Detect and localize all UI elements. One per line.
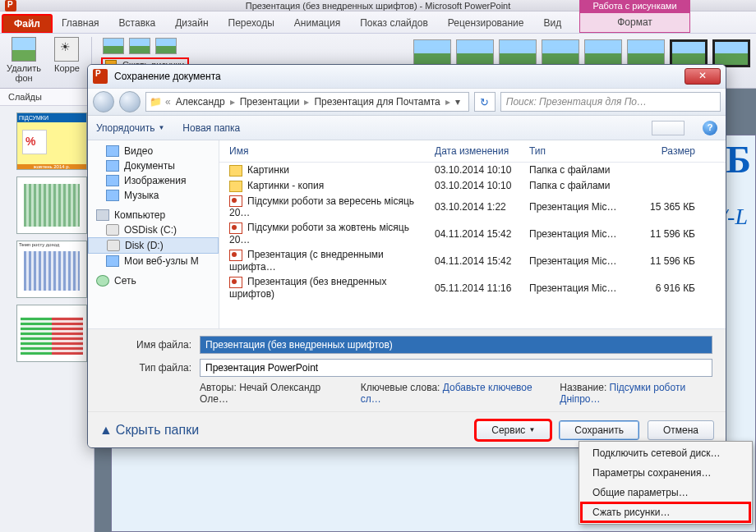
file-row[interactable]: Презентация (с внедренными шрифта…04.11.… [219,247,726,274]
video-icon [106,145,119,157]
tab-design[interactable]: Дизайн [165,13,218,33]
music-icon [106,190,119,201]
nav-tree[interactable]: Видео Документы Изображения Музыка Компь… [88,140,219,328]
dialog-app-icon [93,69,108,84]
help-button[interactable]: ? [703,121,717,135]
dialog-nav-bar: 📁 « Александр ▸ Презентации ▸ Презентаци… [88,88,726,116]
label-filetype: Тип файла: [101,362,191,374]
tree-item-video[interactable]: Видео [88,144,219,158]
style-thumb[interactable] [542,39,579,67]
style-thumb[interactable] [499,39,537,67]
menu-compress-pictures[interactable]: Сжать рисунки… [581,502,750,522]
save-button[interactable]: Сохранить [559,420,639,440]
collapse-icon: ▲ [99,423,113,438]
window-title: Презентация (без внедренных шрифтов) - M… [246,1,511,11]
tree-item-diskd[interactable]: Disk (D:) [88,237,219,254]
tree-item-webhosts[interactable]: Мои веб-узлы M [88,254,219,268]
network-icon [96,275,109,287]
nav-forward-button[interactable] [119,91,141,112]
slide-thumbnail[interactable]: 1 ПІДСУМКИ % жовтень 2014 р. [16,112,87,170]
documents-icon [106,160,119,172]
tab-format[interactable]: Формат [579,13,690,33]
filetype-select[interactable]: Презентация PowerPoint [200,359,712,377]
new-folder-button[interactable]: Новая папка [182,122,240,134]
slide-thumbnail[interactable]: 2 [16,177,87,234]
tree-item-images[interactable]: Изображения [88,173,219,188]
col-name[interactable]: Имя [226,144,431,158]
col-type[interactable]: Тип [526,144,633,158]
decorative-text: Б [726,138,751,181]
dialog-titlebar[interactable]: Сохранение документа ✕ [88,65,726,88]
label-filename: Имя файла: [101,339,191,351]
drive-icon [106,224,119,236]
preset-thumb[interactable] [129,38,150,54]
tab-review[interactable]: Рецензирование [438,13,534,33]
preset-thumb[interactable] [155,38,177,54]
corrections-button[interactable]: ☀ Корре [48,34,86,88]
file-row[interactable]: Презентация (без внедренных шрифтов)05.1… [219,274,726,301]
file-list[interactable]: Имя Дата изменения Тип Размер Картинки03… [219,140,726,328]
tab-insert[interactable]: Вставка [109,13,166,33]
folder-icon: 📁 [150,96,162,108]
tab-transitions[interactable]: Переходы [219,13,284,33]
corrections-icon: ☀ [54,37,79,62]
powerpoint-app-icon [5,0,16,11]
tab-home[interactable]: Главная [52,13,109,33]
contextual-tab-group: Работа с рисунками Формат [579,0,690,33]
refresh-button[interactable]: ↻ [474,92,496,112]
style-thumb[interactable] [413,39,451,67]
remove-background-icon [12,37,36,62]
menu-map-network-drive[interactable]: Подключить сетевой диск… [581,443,750,463]
dialog-toolbar: Упорядочить ▼ Новая папка ? [88,116,726,140]
column-headers[interactable]: Имя Дата изменения Тип Размер [219,140,726,163]
menu-save-options[interactable]: Параметры сохранения… [581,463,750,483]
contextual-group-label: Работа с рисунками [579,0,690,13]
close-button[interactable]: ✕ [685,68,721,85]
tree-item-music[interactable]: Музыка [88,188,219,203]
remove-background-button[interactable]: Удалить фон [0,34,48,88]
tab-file[interactable]: Файл [2,15,52,33]
menu-general-options[interactable]: Общие параметры… [581,483,750,502]
breadcrumb-bar[interactable]: 📁 « Александр ▸ Презентации ▸ Презентаци… [145,92,469,112]
search-input[interactable]: Поиск: Презентация для По… [500,92,721,112]
tab-view[interactable]: Вид [534,13,572,33]
save-as-dialog: Сохранение документа ✕ 📁 « Александр ▸ П… [87,64,726,448]
pptx-icon [229,222,242,234]
preset-thumb[interactable] [103,38,124,54]
view-mode-button[interactable] [652,121,685,135]
nav-back-button[interactable] [93,91,114,112]
slide-thumbnail[interactable]: 4 [16,305,87,362]
col-date[interactable]: Дата изменения [431,144,526,158]
slide-panel: Слайды 1 ПІДСУМКИ % жовтень 2014 р. 2 3 … [0,89,94,532]
style-thumb[interactable] [712,39,750,67]
cancel-button[interactable]: Отмена [648,420,714,440]
tools-button[interactable]: Сервис ▼ [476,420,551,440]
hide-folders-toggle[interactable]: ▲ Скрыть папки [99,423,199,438]
slides-tab[interactable]: Слайды [0,89,94,106]
file-row[interactable]: Картинки - копия03.10.2014 10:10Папка с … [219,178,726,194]
file-row[interactable]: Підсумки роботи за вересень місяць 20…03… [219,194,726,221]
style-thumb[interactable] [584,39,622,67]
save-fields: Имя файла: Презентация (без внедренных ш… [88,328,726,411]
file-row[interactable]: Підсумки роботи за жовтень місяць 20…04.… [219,220,726,247]
folder-icon [229,165,242,177]
images-icon [106,175,119,186]
style-thumb[interactable] [670,39,708,67]
filename-input[interactable]: Презентация (без внедренных шрифтов) [200,336,712,354]
dialog-title: Сохранение документа [114,71,221,82]
organize-button[interactable]: Упорядочить ▼ [96,122,164,134]
tree-item-computer[interactable]: Компьютер [88,208,219,222]
tree-item-network[interactable]: Сеть [88,273,219,288]
tab-animation[interactable]: Анимация [284,13,350,33]
style-thumb[interactable] [627,39,665,67]
pptx-icon [229,250,242,261]
col-size[interactable]: Размер [633,144,698,158]
tools-menu: Подключить сетевой диск… Параметры сохра… [579,441,753,525]
style-thumb[interactable] [456,39,494,67]
slide-thumbnail[interactable]: 3 Темп росту доход [16,241,87,298]
tree-item-documents[interactable]: Документы [88,158,219,173]
file-row[interactable]: Картинки03.10.2014 10:10Папка с файлами [219,163,726,178]
tab-slideshow[interactable]: Показ слайдов [350,13,438,33]
folder-icon [229,181,242,192]
tree-item-osdisk[interactable]: OSDisk (C:) [88,222,219,237]
